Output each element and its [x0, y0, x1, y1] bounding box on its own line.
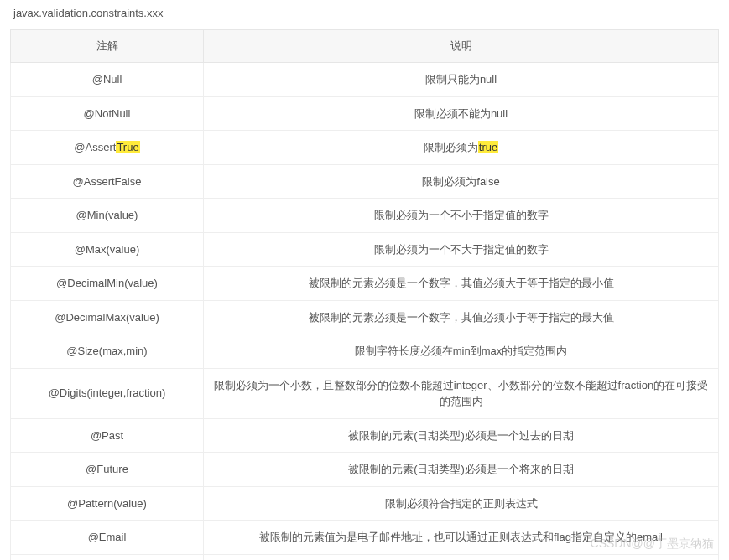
table-header-row: 注解 说明 [11, 30, 719, 63]
cell-description: 限制必须为true [204, 131, 719, 165]
table-row: @Email被限制的元素值为是电子邮件地址，也可以通过正则表达式和flag指定自… [11, 521, 719, 555]
cell-description: 限制只能为null [204, 63, 719, 97]
cell-description: 被限制的元素值为是电子邮件地址，也可以通过正则表达式和flag指定自定义的ema… [204, 521, 719, 555]
col-header-description: 说明 [204, 30, 719, 63]
anno-highlight: True [116, 141, 139, 153]
cell-annotation: @Length [11, 554, 204, 560]
table-row: @Null限制只能为null [11, 63, 719, 97]
desc-highlight: true [478, 141, 498, 153]
table-row: @Min(value)限制必须为一个不小于指定值的数字 [11, 199, 719, 233]
cell-annotation: @Null [11, 63, 204, 97]
cell-description: 限制必须不能为null [204, 96, 719, 131]
table-row: @Future被限制的元素(日期类型)必须是一个将来的日期 [11, 453, 719, 487]
cell-annotation: @Past [11, 418, 204, 453]
table-row: @AssertFalse限制必须为false [11, 164, 719, 199]
cell-description: 限制字符长度必须在min到max的指定范围内 [204, 334, 719, 369]
table-row: @Digits(integer,fraction)限制必须为一个小数，且整数部分… [11, 368, 719, 418]
table-row: @Pattern(value)限制必须符合指定的正则表达式 [11, 486, 719, 521]
cell-annotation: @Email [11, 521, 204, 555]
table-row: @DecimalMax(value)被限制的元素必须是一个数字，其值必须小于等于… [11, 300, 719, 334]
cell-annotation: @Future [11, 453, 204, 487]
cell-annotation: @AssertTrue [11, 131, 204, 165]
cell-description: 被限制的元素必须是一个数字，其值必须大于等于指定的最小值 [204, 267, 719, 301]
table-row: @Length被限制的字符串的大小必须在指定的范围内 [11, 554, 719, 560]
cell-description: 被限制的元素(日期类型)必须是一个将来的日期 [204, 453, 719, 487]
cell-description: 限制必须为一个不大于指定值的数字 [204, 232, 719, 267]
anno-text-prefix: @Assert [74, 141, 116, 153]
table-row: @NotNull限制必须不能为null [11, 96, 719, 131]
table-row: @Max(value)限制必须为一个不大于指定值的数字 [11, 232, 719, 267]
constraints-table: 注解 说明 @Null限制只能为null@NotNull限制必须不能为null@… [10, 29, 719, 560]
cell-description: 被限制的元素必须是一个数字，其值必须小于等于指定的最大值 [204, 300, 719, 334]
cell-description: 限制必须符合指定的正则表达式 [204, 486, 719, 521]
table-row: @AssertTrue限制必须为true [11, 131, 719, 165]
cell-description: 被限制的字符串的大小必须在指定的范围内 [204, 554, 719, 560]
cell-annotation: @DecimalMin(value) [11, 267, 204, 301]
cell-annotation: @Max(value) [11, 232, 204, 267]
cell-description: 限制必须为一个不小于指定值的数字 [204, 199, 719, 233]
col-header-annotation: 注解 [11, 30, 204, 63]
table-row: @DecimalMin(value)被限制的元素必须是一个数字，其值必须大于等于… [11, 267, 719, 301]
cell-annotation: @NotNull [11, 96, 204, 131]
cell-annotation: @Pattern(value) [11, 486, 204, 521]
cell-annotation: @Size(max,min) [11, 334, 204, 369]
desc-text-prefix: 限制必须为 [424, 141, 478, 153]
cell-annotation: @DecimalMax(value) [11, 300, 204, 334]
package-path: javax.validation.constraints.xxx [10, 7, 719, 19]
cell-annotation: @Digits(integer,fraction) [11, 368, 204, 418]
cell-description: 被限制的元素(日期类型)必须是一个过去的日期 [204, 418, 719, 453]
cell-description: 限制必须为一个小数，且整数部分的位数不能超过integer、小数部分的位数不能超… [204, 368, 719, 418]
cell-annotation: @Min(value) [11, 199, 204, 233]
table-row: @Past被限制的元素(日期类型)必须是一个过去的日期 [11, 418, 719, 453]
table-row: @Size(max,min)限制字符长度必须在min到max的指定范围内 [11, 334, 719, 369]
cell-annotation: @AssertFalse [11, 164, 204, 199]
cell-description: 限制必须为false [204, 164, 719, 199]
